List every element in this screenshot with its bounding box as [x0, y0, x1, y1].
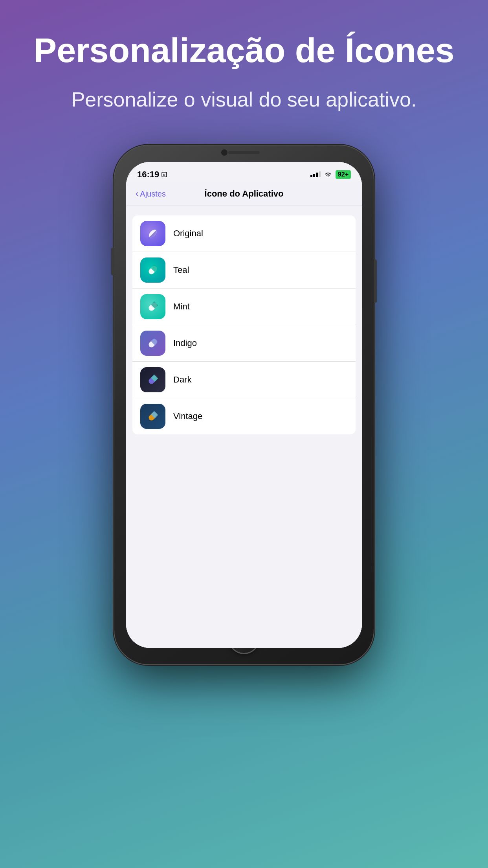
status-time: 16:19 N — [137, 169, 167, 180]
option-label-teal: Teal — [173, 265, 189, 275]
battery-indicator: 92+ — [336, 170, 351, 179]
page-subtitle: Personalize o visual do seu aplicativo. — [32, 85, 456, 114]
nav-title: Ícone do Aplicativo — [205, 189, 284, 199]
option-label-original: Original — [173, 228, 203, 239]
icon-original — [140, 221, 165, 246]
status-indicators: 92+ — [310, 170, 351, 179]
navigation-bar: ‹ Ajustes Ícone do Aplicativo — [126, 182, 362, 206]
icon-teal — [140, 257, 165, 283]
list-item-vintage[interactable]: Vintage — [132, 398, 356, 434]
phone-camera — [221, 149, 227, 156]
option-label-dark: Dark — [173, 375, 191, 385]
icon-mint — [140, 294, 165, 319]
option-label-indigo: Indigo — [173, 338, 197, 348]
phone-mockup: 16:19 N — [114, 145, 374, 664]
phone-shell: 16:19 N — [114, 145, 374, 664]
list-item-mint[interactable]: Mint — [132, 289, 356, 325]
phone-speaker — [228, 151, 260, 154]
icon-options-list: Original — [132, 215, 356, 434]
back-button[interactable]: ‹ Ajustes — [136, 189, 166, 199]
pill-mint-icon — [145, 299, 161, 314]
pill-teal-icon — [145, 262, 161, 278]
svg-point-3 — [148, 228, 158, 239]
page-title: Personalização de Ícones — [2, 31, 486, 70]
list-item-dark[interactable]: Dark — [132, 362, 356, 398]
icon-dark — [140, 367, 165, 392]
wifi-icon — [324, 171, 332, 178]
pill-indigo-icon — [145, 335, 161, 351]
svg-text:N: N — [163, 173, 165, 176]
signal-icon — [310, 171, 321, 177]
list-item-original[interactable]: Original — [132, 215, 356, 252]
pill-dark-icon — [145, 372, 161, 388]
pill-icon — [145, 226, 161, 241]
option-label-vintage: Vintage — [173, 411, 202, 421]
phone-screen: 16:19 N — [126, 162, 362, 648]
list-item-indigo[interactable]: Indigo — [132, 325, 356, 362]
content-area: Original — [126, 206, 362, 648]
pill-vintage-icon — [145, 408, 161, 424]
option-label-mint: Mint — [173, 302, 190, 312]
time-display: 16:19 — [137, 169, 159, 180]
list-item-teal[interactable]: Teal — [132, 252, 356, 289]
icon-vintage — [140, 404, 165, 429]
nfc-icon: N — [161, 172, 167, 177]
icon-indigo — [140, 331, 165, 356]
back-chevron-icon: ‹ — [136, 189, 138, 199]
back-label: Ajustes — [140, 189, 166, 199]
status-bar: 16:19 N — [126, 162, 362, 182]
